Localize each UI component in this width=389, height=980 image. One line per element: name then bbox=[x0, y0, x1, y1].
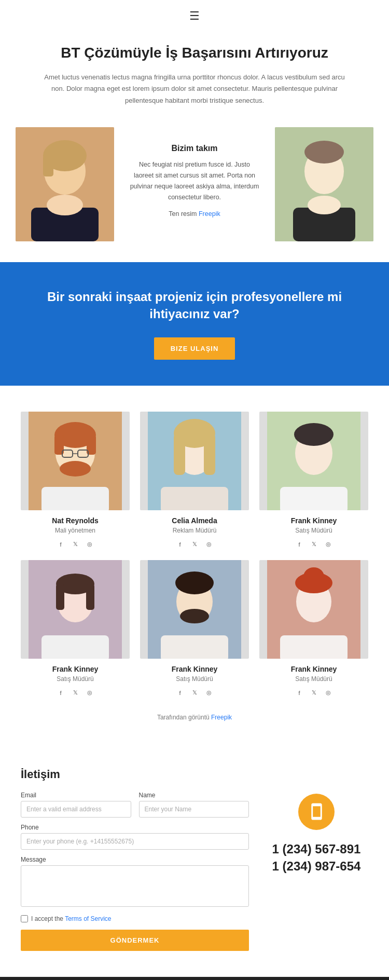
twitter-icon-5[interactable]: 𝕏 bbox=[309, 688, 319, 698]
freepik-link-2[interactable]: Freepik bbox=[211, 714, 232, 721]
facebook-icon-1[interactable]: f bbox=[175, 539, 185, 550]
team-card-photo-4 bbox=[140, 560, 249, 659]
instagram-icon-5[interactable]: ◎ bbox=[323, 688, 334, 698]
instagram-icon-3[interactable]: ◎ bbox=[85, 688, 95, 698]
team-social-2: f 𝕏 ◎ bbox=[259, 539, 368, 550]
team-member-name-5: Frank Kinney bbox=[259, 665, 368, 673]
team-intro-description: Nec feugiat nisl pretium fusce id. Justo… bbox=[130, 159, 259, 203]
team-member-name-1: Celia Almeda bbox=[140, 516, 249, 525]
phone-number-2: 1 (234) 987-654 bbox=[265, 857, 368, 875]
team-card-0: Nat Reynolds Mali yönetmen f 𝕏 ◎ bbox=[21, 412, 130, 550]
name-label: Name bbox=[139, 792, 249, 799]
facebook-icon-2[interactable]: f bbox=[294, 539, 304, 550]
svg-point-10 bbox=[308, 196, 341, 214]
team-member-name-2: Frank Kinney bbox=[259, 516, 368, 525]
team-card-photo-0 bbox=[21, 412, 130, 510]
name-input[interactable] bbox=[139, 801, 249, 818]
svg-rect-34 bbox=[41, 635, 109, 659]
instagram-icon-0[interactable]: ◎ bbox=[85, 539, 95, 550]
hero-description: Amet luctus venenatis lectus magna fring… bbox=[41, 72, 348, 106]
menu-icon[interactable]: ☰ bbox=[189, 9, 200, 23]
svg-point-31 bbox=[294, 423, 334, 446]
team-member-role-0: Mali yönetmen bbox=[21, 527, 130, 534]
submit-button[interactable]: GÖNDERMEK bbox=[21, 930, 249, 951]
team-member-role-2: Satış Müdürü bbox=[259, 527, 368, 534]
contact-button[interactable]: BIZE ULAŞIN bbox=[154, 337, 235, 360]
team-section: Nat Reynolds Mali yönetmen f 𝕏 ◎ bbox=[0, 386, 389, 747]
team-grid: Nat Reynolds Mali yönetmen f 𝕏 ◎ bbox=[21, 412, 368, 698]
svg-rect-26 bbox=[174, 433, 185, 475]
instagram-icon-4[interactable]: ◎ bbox=[204, 688, 214, 698]
svg-rect-40 bbox=[161, 635, 228, 659]
phone-label: Phone bbox=[21, 824, 249, 831]
team-social-1: f 𝕏 ◎ bbox=[140, 539, 249, 550]
team-card-photo-5 bbox=[259, 560, 368, 659]
banner-heading: Bir sonraki inşaat projeniz için profesy… bbox=[21, 288, 368, 323]
svg-point-11 bbox=[304, 141, 344, 164]
svg-rect-30 bbox=[280, 487, 348, 510]
terms-row: I accept the Terms of Service bbox=[21, 915, 249, 922]
team-member-role-1: Reklam Müdürü bbox=[140, 527, 249, 534]
contact-section: İletişim Email Name Phone Message I acce… bbox=[0, 747, 389, 961]
twitter-icon-3[interactable]: 𝕏 bbox=[70, 688, 80, 698]
team-social-5: f 𝕏 ◎ bbox=[259, 688, 368, 698]
instagram-icon-1[interactable]: ◎ bbox=[204, 539, 214, 550]
team-member-name-4: Frank Kinney bbox=[140, 665, 249, 673]
svg-point-4 bbox=[47, 195, 83, 215]
contact-heading: İletişim bbox=[21, 768, 249, 781]
team-intro-photo-credit: Ten resim Freepik bbox=[130, 209, 259, 220]
phone-input[interactable] bbox=[21, 833, 249, 850]
phone-icon-circle bbox=[298, 794, 335, 830]
team-card-4: Frank Kinney Satış Müdürü f 𝕏 ◎ bbox=[140, 560, 249, 698]
svg-point-42 bbox=[175, 571, 214, 594]
terms-checkbox[interactable] bbox=[21, 915, 28, 922]
svg-rect-27 bbox=[204, 433, 215, 475]
email-input[interactable] bbox=[21, 801, 131, 818]
contact-info: 1 (234) 567-891 1 (234) 987-654 bbox=[265, 768, 368, 875]
team-intro-section: Bizim takım Nec feugiat nisl pretium fus… bbox=[0, 127, 389, 262]
terms-label: I accept the Terms of Service bbox=[31, 915, 112, 922]
team-card-3: Frank Kinney Satış Müdürü f 𝕏 ◎ bbox=[21, 560, 130, 698]
team-social-4: f 𝕏 ◎ bbox=[140, 688, 249, 698]
phone-number-1: 1 (234) 567-891 bbox=[265, 840, 368, 858]
team-card-photo-3 bbox=[21, 560, 130, 659]
phone-group: Phone bbox=[21, 824, 249, 850]
facebook-icon-4[interactable]: f bbox=[175, 688, 185, 698]
email-group: Email bbox=[21, 792, 131, 818]
team-card-photo-1 bbox=[140, 412, 249, 510]
freepik-link-1[interactable]: Freepik bbox=[199, 210, 220, 217]
twitter-icon-1[interactable]: 𝕏 bbox=[189, 539, 200, 550]
banner-section: Bir sonraki inşaat projeniz için profesy… bbox=[0, 262, 389, 386]
contact-form: İletişim Email Name Phone Message I acce… bbox=[21, 768, 249, 951]
instagram-icon-2[interactable]: ◎ bbox=[323, 539, 334, 550]
email-label: Email bbox=[21, 792, 131, 799]
message-textarea[interactable] bbox=[21, 865, 249, 907]
freepik-note: Tarafından görüntü Freepik bbox=[21, 714, 368, 721]
svg-rect-37 bbox=[86, 584, 94, 610]
terms-link[interactable]: Terms of Service bbox=[65, 915, 111, 922]
team-intro-heading: Bizim takım bbox=[130, 144, 259, 153]
header: ☰ bbox=[0, 0, 389, 28]
twitter-icon-4[interactable]: 𝕏 bbox=[189, 688, 200, 698]
facebook-icon-5[interactable]: f bbox=[294, 688, 304, 698]
hero-title: BT Çözümüyle İş Başarısını Artırıyoruz bbox=[41, 44, 348, 62]
team-member-name-3: Frank Kinney bbox=[21, 665, 130, 673]
name-group: Name bbox=[139, 792, 249, 818]
svg-rect-6 bbox=[43, 156, 53, 176]
team-member-role-3: Satış Müdürü bbox=[21, 675, 130, 683]
phone-icon bbox=[308, 802, 326, 821]
team-intro-text: Bizim takım Nec feugiat nisl pretium fus… bbox=[124, 144, 265, 225]
svg-rect-14 bbox=[41, 487, 109, 510]
svg-rect-45 bbox=[280, 635, 348, 659]
team-card-2: Frank Kinney Satış Müdürü f 𝕏 ◎ bbox=[259, 412, 368, 550]
facebook-icon-0[interactable]: f bbox=[55, 539, 66, 550]
twitter-icon-0[interactable]: 𝕏 bbox=[70, 539, 80, 550]
team-member-role-4: Satış Müdürü bbox=[140, 675, 249, 683]
team-member-role-5: Satış Müdürü bbox=[259, 675, 368, 683]
twitter-icon-2[interactable]: 𝕏 bbox=[309, 539, 319, 550]
message-label: Message bbox=[21, 856, 249, 863]
form-row-email-name: Email Name bbox=[21, 792, 249, 818]
facebook-icon-3[interactable]: f bbox=[55, 688, 66, 698]
svg-point-47 bbox=[303, 567, 324, 586]
team-photo-left bbox=[16, 127, 114, 241]
